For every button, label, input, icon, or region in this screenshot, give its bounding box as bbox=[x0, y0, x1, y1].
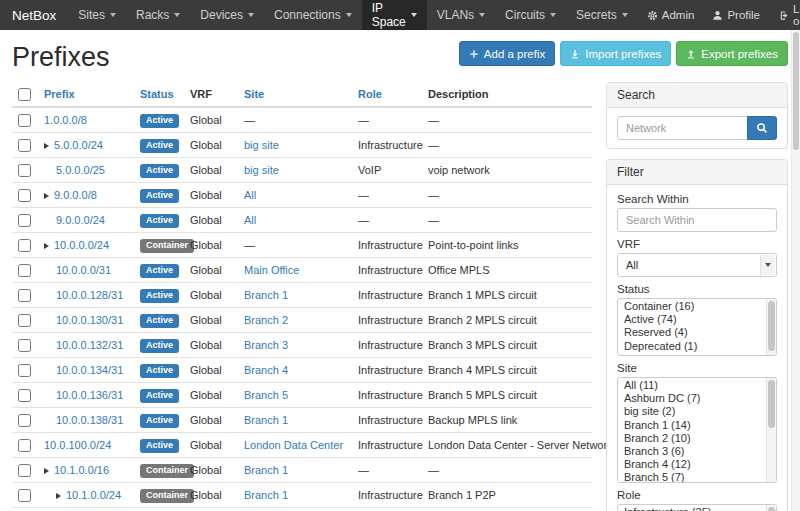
site-link[interactable]: big site bbox=[244, 164, 279, 176]
select-option[interactable]: big site (2) bbox=[618, 405, 776, 418]
nav-item-sites[interactable]: Sites bbox=[68, 0, 126, 30]
prefix-link[interactable]: 10.0.0.138/31 bbox=[56, 414, 123, 426]
column-header-site[interactable]: Site bbox=[238, 82, 352, 107]
select-option[interactable]: Reserved (4) bbox=[618, 326, 776, 339]
site-link[interactable]: All bbox=[244, 189, 256, 201]
gear-icon bbox=[647, 10, 658, 21]
status-badge: Active bbox=[140, 139, 179, 153]
status-badge: Active bbox=[140, 339, 179, 353]
export-prefixes-button[interactable]: Export prefixes bbox=[676, 41, 788, 66]
role-value: — bbox=[352, 107, 422, 133]
site-link[interactable]: Branch 3 bbox=[244, 339, 288, 351]
select-option[interactable]: Infrastructure (25) bbox=[618, 506, 776, 511]
row-checkbox[interactable] bbox=[18, 489, 31, 502]
site-link[interactable]: big site bbox=[244, 139, 279, 151]
role-listbox[interactable]: Infrastructure (25)Management (8)Private… bbox=[617, 504, 777, 511]
nav-item-circuits[interactable]: Circuits bbox=[495, 0, 566, 30]
select-option[interactable]: Container (16) bbox=[618, 300, 776, 313]
prefix-link[interactable]: 10.1.0.0/24 bbox=[66, 489, 121, 501]
select-option[interactable]: Branch 2 (10) bbox=[618, 432, 776, 445]
column-header-role[interactable]: Role bbox=[352, 82, 422, 107]
prefix-link[interactable]: 10.0.0.136/31 bbox=[56, 389, 123, 401]
prefix-link[interactable]: 10.0.0.0/31 bbox=[56, 264, 111, 276]
admin-link[interactable]: Admin bbox=[638, 0, 704, 30]
site-link[interactable]: Branch 2 bbox=[244, 314, 288, 326]
site-link[interactable]: Branch 5 bbox=[244, 389, 288, 401]
listbox-scrollbar[interactable] bbox=[766, 299, 776, 355]
listbox-scrollbar[interactable] bbox=[766, 378, 776, 482]
prefix-link[interactable]: 5.0.0.0/24 bbox=[54, 139, 103, 151]
nav-item-racks[interactable]: Racks bbox=[126, 0, 190, 30]
nav-item-connections[interactable]: Connections bbox=[264, 0, 362, 30]
row-checkbox[interactable] bbox=[18, 339, 31, 352]
row-checkbox[interactable] bbox=[18, 289, 31, 302]
prefix-link[interactable]: 5.0.0.0/25 bbox=[56, 164, 105, 176]
row-checkbox[interactable] bbox=[18, 414, 31, 427]
search-within-input[interactable] bbox=[617, 208, 777, 232]
prefix-link[interactable]: 10.0.0.132/31 bbox=[56, 339, 123, 351]
prefix-link[interactable]: 10.0.0.128/31 bbox=[56, 289, 123, 301]
profile-link[interactable]: Profile bbox=[703, 0, 769, 30]
add-prefix-button[interactable]: Add a prefix bbox=[459, 41, 555, 66]
chevron-down-icon bbox=[550, 13, 556, 17]
column-header-status[interactable]: Status bbox=[134, 82, 184, 107]
prefix-link[interactable]: 10.0.0.134/31 bbox=[56, 364, 123, 376]
site-link[interactable]: Main Office bbox=[244, 264, 299, 276]
select-option[interactable]: Branch 4 (12) bbox=[618, 458, 776, 471]
nav-item-vlans[interactable]: VLANs bbox=[427, 0, 495, 30]
nav-item-devices[interactable]: Devices bbox=[190, 0, 264, 30]
page-scroll-thumb[interactable] bbox=[793, 32, 799, 150]
column-header-prefix[interactable]: Prefix bbox=[38, 82, 134, 107]
site-listbox[interactable]: All (11)Ashburn DC (7)big site (2)Branch… bbox=[617, 377, 777, 483]
row-checkbox[interactable] bbox=[18, 114, 31, 127]
select-all-checkbox[interactable] bbox=[18, 88, 31, 101]
select-option[interactable]: Branch 5 (7) bbox=[618, 471, 776, 483]
table-row: 10.1.0.0/16 Container Global Branch 1 — … bbox=[12, 457, 592, 482]
row-checkbox[interactable] bbox=[18, 264, 31, 277]
vrf-value: Global bbox=[184, 507, 238, 511]
brand-link[interactable]: NetBox bbox=[0, 0, 68, 30]
site-link[interactable]: Branch 1 bbox=[244, 289, 288, 301]
site-link[interactable]: Branch 1 bbox=[244, 489, 288, 501]
row-checkbox[interactable] bbox=[18, 189, 31, 202]
select-option[interactable]: Deprecated (1) bbox=[618, 340, 776, 353]
prefix-link[interactable]: 10.0.100.0/24 bbox=[44, 439, 111, 451]
logout-link[interactable]: Log out bbox=[769, 0, 800, 30]
row-checkbox[interactable] bbox=[18, 164, 31, 177]
prefix-link[interactable]: 10.0.0.130/31 bbox=[56, 314, 123, 326]
search-input[interactable] bbox=[617, 116, 748, 140]
select-option[interactable]: Branch 1 (14) bbox=[618, 419, 776, 432]
prefix-link[interactable]: 10.0.0.0/24 bbox=[54, 239, 109, 251]
row-checkbox[interactable] bbox=[18, 364, 31, 377]
search-button[interactable] bbox=[747, 116, 777, 140]
listbox-scrollbar[interactable] bbox=[766, 505, 776, 511]
site-link[interactable]: Branch 4 bbox=[244, 364, 288, 376]
select-option[interactable]: All (11) bbox=[618, 379, 776, 392]
select-option[interactable]: Branch 3 (6) bbox=[618, 445, 776, 458]
prefix-link[interactable]: 9.0.0.0/24 bbox=[56, 214, 105, 226]
row-checkbox[interactable] bbox=[18, 389, 31, 402]
page-scrollbar[interactable] bbox=[791, 30, 800, 511]
select-option[interactable]: Active (74) bbox=[618, 313, 776, 326]
prefix-link[interactable]: 9.0.0.0/8 bbox=[54, 189, 97, 201]
prefix-link[interactable]: 1.0.0.0/8 bbox=[44, 114, 87, 126]
site-link[interactable]: London Data Center bbox=[244, 439, 343, 451]
site-link[interactable]: Branch 1 bbox=[244, 414, 288, 426]
description-value: Branch 4 MPLS circuit bbox=[422, 357, 592, 382]
row-checkbox[interactable] bbox=[18, 214, 31, 227]
row-checkbox[interactable] bbox=[18, 139, 31, 152]
row-checkbox[interactable] bbox=[18, 314, 31, 327]
import-prefixes-button[interactable]: Import prefixes bbox=[560, 41, 671, 66]
row-checkbox[interactable] bbox=[18, 439, 31, 452]
select-option[interactable]: Ashburn DC (7) bbox=[618, 392, 776, 405]
site-link[interactable]: Branch 1 bbox=[244, 464, 288, 476]
status-listbox[interactable]: Container (16)Active (74)Reserved (4)Dep… bbox=[617, 298, 777, 356]
nav-item-ip-space[interactable]: IP Space bbox=[362, 0, 427, 30]
nav-item-secrets[interactable]: Secrets bbox=[566, 0, 638, 30]
row-checkbox[interactable] bbox=[18, 239, 31, 252]
site-link[interactable]: All bbox=[244, 214, 256, 226]
prefix-link[interactable]: 10.1.0.0/16 bbox=[54, 464, 109, 476]
status-badge: Active bbox=[140, 314, 179, 328]
row-checkbox[interactable] bbox=[18, 464, 31, 477]
vrf-select[interactable]: All bbox=[617, 253, 777, 277]
